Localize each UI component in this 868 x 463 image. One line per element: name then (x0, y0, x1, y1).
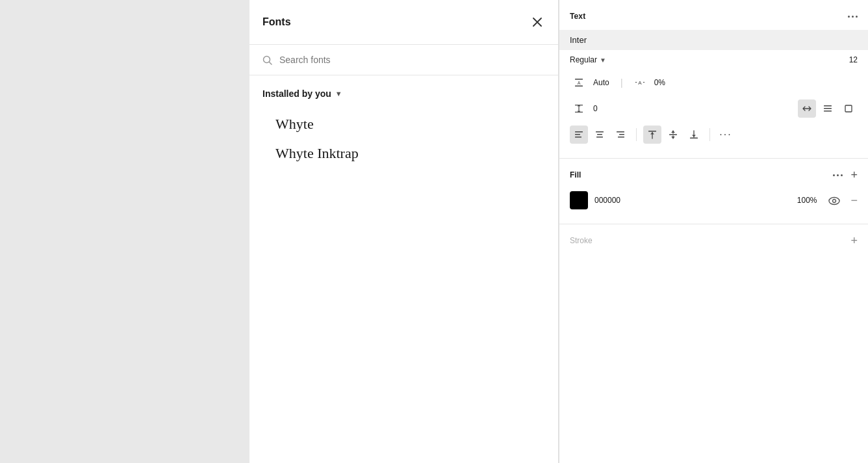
font-style-label: Regular (570, 55, 597, 64)
chevron-down-icon: ▼ (600, 57, 606, 64)
fonts-panel-header: Fonts (249, 0, 558, 45)
font-name-label: Whyte Inktrap (275, 145, 359, 161)
stroke-section-header: Stroke + (570, 235, 858, 246)
svg-rect-24 (690, 138, 698, 139)
svg-rect-19 (617, 131, 624, 133)
fill-hex-value[interactable]: 000000 (594, 196, 791, 205)
fill-opacity-value[interactable]: 100% (797, 196, 817, 205)
svg-rect-18 (596, 137, 603, 138)
valign-middle-button[interactable] (664, 126, 682, 144)
fill-visibility-toggle[interactable] (828, 194, 840, 206)
svg-rect-6 (643, 82, 645, 83)
search-input[interactable] (279, 55, 545, 65)
text-width-options (798, 99, 858, 118)
divider (709, 128, 710, 141)
search-bar (249, 45, 558, 75)
fill-section-title: Fill (570, 170, 833, 179)
more-text-options-button[interactable]: ··· (717, 126, 735, 144)
justify-align-button[interactable] (819, 99, 837, 118)
svg-rect-9 (824, 105, 832, 107)
line-height-value[interactable]: Auto (593, 78, 613, 87)
fixed-size-button[interactable] (839, 99, 858, 118)
stroke-section: Stroke + (559, 224, 868, 257)
canvas-background (0, 0, 249, 463)
svg-rect-11 (824, 111, 832, 112)
svg-rect-12 (845, 105, 852, 112)
font-family-label: Inter (570, 35, 587, 45)
font-style-dropdown[interactable]: Regular ▼ (570, 55, 606, 64)
right-panel: Text Inter Regular ▼ 12 (559, 0, 868, 463)
font-item-whyte-inktrap[interactable]: Whyte Inktrap (249, 139, 558, 168)
installed-by-you-header[interactable]: Installed by you ▼ (249, 88, 558, 109)
svg-rect-13 (575, 131, 583, 133)
stroke-section-title: Stroke (570, 236, 850, 245)
line-height-icon: A (570, 73, 588, 92)
line-height-row: A Auto | A 0% (559, 70, 868, 96)
svg-point-26 (833, 199, 836, 202)
close-button[interactable] (530, 14, 545, 30)
fonts-panel-title: Fonts (262, 16, 291, 28)
text-align-row: ··· (559, 122, 868, 148)
paragraph-spacing-value[interactable]: 0 (593, 104, 606, 113)
svg-rect-14 (575, 134, 580, 135)
dot (856, 16, 858, 18)
svg-rect-21 (618, 137, 624, 138)
separator: | (620, 77, 623, 88)
font-size-value[interactable]: 12 (849, 55, 858, 64)
fill-color-swatch[interactable] (570, 191, 588, 209)
svg-text:A: A (578, 81, 581, 85)
svg-rect-2 (575, 86, 583, 87)
svg-rect-10 (824, 108, 832, 109)
fill-actions: + (833, 169, 858, 181)
paragraph-spacing-row: 0 (559, 96, 868, 122)
divider (636, 128, 637, 141)
dot (833, 174, 835, 176)
fill-more-options-button[interactable] (833, 174, 843, 176)
chevron-down-icon: ▼ (335, 90, 342, 98)
fill-row: 000000 100% − (559, 187, 868, 213)
fonts-panel: Fonts Installed by you ▼ Whyte Whyte Ink… (249, 0, 559, 463)
fonts-list: Installed by you ▼ Whyte Whyte Inktrap (249, 75, 558, 463)
remove-fill-button[interactable]: − (850, 194, 858, 206)
letter-spacing-value[interactable]: 0% (654, 78, 665, 87)
svg-point-25 (829, 197, 839, 204)
letter-spacing-icon: A (631, 73, 649, 92)
text-section-header: Text (559, 0, 868, 30)
auto-width-button[interactable] (798, 99, 816, 118)
text-more-options-button[interactable] (848, 16, 858, 18)
ellipsis-icon: ··· (719, 129, 732, 140)
svg-rect-20 (619, 134, 624, 135)
align-left-button[interactable] (570, 126, 588, 144)
text-section-title: Text (570, 12, 585, 21)
font-item-whyte[interactable]: Whyte (249, 109, 558, 139)
installed-section-label: Installed by you (262, 88, 331, 99)
dot (852, 16, 854, 18)
valign-bottom-button[interactable] (685, 126, 703, 144)
svg-rect-1 (575, 79, 583, 80)
svg-rect-17 (597, 134, 602, 135)
svg-rect-22 (648, 131, 656, 132)
svg-rect-5 (635, 82, 637, 83)
dot (837, 174, 839, 176)
align-right-button[interactable] (611, 126, 630, 144)
valign-top-button[interactable] (643, 126, 661, 144)
align-center-button[interactable] (591, 126, 609, 144)
add-stroke-button[interactable]: + (850, 235, 858, 246)
svg-rect-23 (669, 134, 677, 135)
fill-section-header: Fill + (559, 159, 868, 187)
add-fill-button[interactable]: + (850, 169, 858, 181)
svg-rect-15 (575, 137, 581, 138)
dot (841, 174, 843, 176)
dot (848, 16, 850, 18)
font-family-row[interactable]: Inter (559, 30, 868, 50)
svg-rect-16 (596, 131, 604, 133)
font-style-size-row: Regular ▼ 12 (559, 50, 868, 70)
fill-section: Fill + 000000 100% − (559, 159, 868, 224)
svg-text:A: A (638, 80, 642, 86)
font-name-label: Whyte (275, 116, 314, 132)
search-icon (262, 54, 273, 66)
paragraph-spacing-icon (570, 99, 588, 118)
text-section: Text Inter Regular ▼ 12 (559, 0, 868, 159)
